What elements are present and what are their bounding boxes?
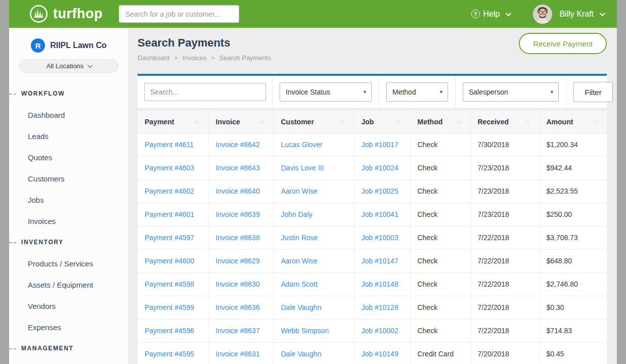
table-row: Payment #4601Invoice #8639John DalyJob #… bbox=[138, 203, 607, 226]
sidebar-section-management[interactable]: MANAGEMENT bbox=[9, 338, 128, 359]
column-header-received[interactable]: Received↑↓ bbox=[470, 111, 539, 133]
filter-button[interactable]: Filter bbox=[573, 82, 613, 102]
sort-arrows-icon[interactable]: ↑↓ bbox=[396, 119, 403, 125]
brand-name: turfhop bbox=[53, 6, 103, 22]
sidebar-item-leads[interactable]: Leads bbox=[9, 125, 128, 147]
location-selector[interactable]: All Locations bbox=[19, 59, 118, 73]
invoice-link[interactable]: Invoice #8630 bbox=[208, 272, 274, 296]
payment-link[interactable]: Payment #4611 bbox=[138, 133, 208, 156]
payment-link[interactable]: Payment #4600 bbox=[138, 249, 208, 272]
breadcrumb: Dashboard>Invoices>Search Payments bbox=[138, 54, 607, 62]
received-cell: 7/22/2018 bbox=[470, 296, 539, 319]
sidebar-item-products-services[interactable]: Products / Services bbox=[9, 253, 128, 274]
global-search-input[interactable] bbox=[119, 5, 239, 23]
table-header: Payment↑↓Invoice↑↓Customer↑↓Job↑↓Method↑… bbox=[138, 111, 607, 133]
payment-link[interactable]: Payment #4597 bbox=[138, 226, 208, 249]
invoice-link[interactable]: Invoice #8642 bbox=[208, 133, 274, 156]
job-link[interactable]: Job #10148 bbox=[354, 272, 410, 296]
payment-link[interactable]: Payment #4596 bbox=[138, 319, 208, 342]
sidebar-item-assets-equipment[interactable]: Assets / Equipment bbox=[9, 274, 128, 295]
sidebar-item-jobs[interactable]: Jobs bbox=[9, 189, 128, 210]
customer-link[interactable]: Justin Rose bbox=[274, 226, 354, 249]
column-header-amount[interactable]: Amount↑↓ bbox=[539, 111, 607, 133]
sort-arrows-icon[interactable]: ↑↓ bbox=[457, 119, 463, 125]
sidebar-section-workflow[interactable]: WORKFLOW bbox=[9, 83, 128, 104]
amount-cell: $2,523.55 bbox=[539, 179, 607, 203]
job-link[interactable]: Job #10041 bbox=[354, 203, 410, 226]
user-avatar[interactable] bbox=[533, 5, 552, 24]
received-cell: 7/30/2018 bbox=[470, 133, 539, 156]
filter-bar: Invoice Status ▼ Method ▼ Salesperson ▼ bbox=[138, 74, 607, 108]
customer-link[interactable]: John Daly bbox=[274, 203, 354, 226]
invoice-link[interactable]: Invoice #8637 bbox=[208, 319, 274, 342]
column-header-method[interactable]: Method↑↓ bbox=[410, 111, 470, 133]
column-header-payment[interactable]: Payment↑↓ bbox=[138, 111, 208, 133]
invoice-link[interactable]: Invoice #8638 bbox=[208, 226, 274, 249]
payment-link[interactable]: Payment #4599 bbox=[138, 296, 208, 319]
customer-link[interactable]: Lucas Glover bbox=[274, 133, 354, 156]
help-menu[interactable]: ? Help bbox=[471, 10, 510, 19]
customer-link[interactable]: Dale Vaughn bbox=[274, 342, 354, 364]
company-name: RIIPL Lawn Co bbox=[50, 41, 107, 50]
customer-link[interactable]: Webb Simpson bbox=[274, 319, 354, 342]
customer-link[interactable]: Adam Scott bbox=[274, 272, 354, 296]
sort-arrows-icon[interactable]: ↑↓ bbox=[195, 119, 201, 125]
payment-link[interactable]: Payment #4595 bbox=[138, 342, 208, 364]
method-select[interactable]: Method bbox=[386, 82, 448, 102]
column-header-job[interactable]: Job↑↓ bbox=[354, 111, 410, 133]
job-link[interactable]: Job #10149 bbox=[354, 342, 410, 364]
payment-link[interactable]: Payment #4602 bbox=[138, 179, 208, 203]
sidebar-item-expenses[interactable]: Expenses bbox=[9, 316, 128, 338]
sidebar-section-reports[interactable]: REPORTS bbox=[9, 359, 128, 364]
sort-arrows-icon[interactable]: ↑↓ bbox=[340, 119, 347, 125]
invoice-link[interactable]: Invoice #8631 bbox=[208, 342, 274, 364]
table-row: Payment #4599Invoice #8636Dale VaughnJob… bbox=[138, 296, 607, 319]
invoice-link[interactable]: Invoice #8639 bbox=[208, 203, 274, 226]
table-search-input[interactable] bbox=[144, 83, 266, 101]
salesperson-select[interactable]: Salesperson bbox=[463, 82, 559, 102]
sidebar-item-vendors[interactable]: Vendors bbox=[9, 295, 128, 316]
table-row: Payment #4603Invoice #8643Davis Love III… bbox=[138, 156, 607, 179]
sidebar-item-quotes[interactable]: Quotes bbox=[9, 147, 128, 168]
invoice-status-select[interactable]: Invoice Status bbox=[280, 82, 372, 102]
job-link[interactable]: Job #10147 bbox=[354, 249, 410, 272]
sort-arrows-icon[interactable]: ↑↓ bbox=[260, 119, 266, 125]
sort-arrows-icon[interactable]: ↑↓ bbox=[593, 119, 600, 125]
breadcrumb-item[interactable]: Dashboard bbox=[138, 54, 170, 62]
customer-link[interactable]: Aaron Wise bbox=[274, 249, 354, 272]
received-cell: 7/22/2018 bbox=[470, 226, 539, 249]
job-link[interactable]: Job #10003 bbox=[354, 226, 410, 249]
customer-link[interactable]: Aaron Wise bbox=[274, 179, 354, 203]
sidebar-item-invoices[interactable]: Invoices bbox=[9, 210, 128, 232]
brand-logo[interactable]: turfhop bbox=[29, 5, 103, 23]
table-body: Payment #4611Invoice #8642Lucas GloverJo… bbox=[138, 133, 607, 364]
job-link[interactable]: Job #10025 bbox=[354, 179, 410, 203]
received-cell: 7/20/2018 bbox=[470, 342, 539, 364]
customer-link[interactable]: Dale Vaughn bbox=[274, 296, 354, 319]
payments-table: Payment↑↓Invoice↑↓Customer↑↓Job↑↓Method↑… bbox=[138, 111, 607, 364]
column-header-customer[interactable]: Customer↑↓ bbox=[274, 111, 354, 133]
invoice-link[interactable]: Invoice #8640 bbox=[208, 179, 274, 203]
method-cell: Check bbox=[410, 296, 470, 319]
job-link[interactable]: Job #10017 bbox=[354, 133, 410, 156]
sidebar-item-dashboard[interactable]: Dashboard bbox=[9, 104, 128, 125]
invoice-link[interactable]: Invoice #8629 bbox=[208, 249, 274, 272]
payment-link[interactable]: Payment #4601 bbox=[138, 203, 208, 226]
sidebar-section-inventory[interactable]: INVENTORY bbox=[9, 232, 128, 253]
invoice-link[interactable]: Invoice #8643 bbox=[208, 156, 274, 179]
job-link[interactable]: Job #10024 bbox=[354, 156, 410, 179]
payment-link[interactable]: Payment #4603 bbox=[138, 156, 208, 179]
receive-payment-button[interactable]: Receive Payment bbox=[519, 33, 607, 54]
column-label: Received bbox=[478, 118, 509, 126]
job-link[interactable]: Job #10002 bbox=[354, 319, 410, 342]
user-menu-chevron-icon[interactable] bbox=[600, 10, 605, 16]
payment-link[interactable]: Payment #4598 bbox=[138, 272, 208, 296]
invoice-link[interactable]: Invoice #8636 bbox=[208, 296, 274, 319]
amount-cell: $0.30 bbox=[539, 296, 607, 319]
breadcrumb-item[interactable]: Invoices bbox=[183, 54, 207, 62]
column-header-invoice[interactable]: Invoice↑↓ bbox=[208, 111, 274, 133]
customer-link[interactable]: Davis Love III bbox=[274, 156, 354, 179]
job-link[interactable]: Job #10128 bbox=[354, 296, 410, 319]
sidebar-item-customers[interactable]: Customers bbox=[9, 168, 128, 189]
sort-arrows-icon[interactable]: ↑↓ bbox=[525, 119, 532, 125]
